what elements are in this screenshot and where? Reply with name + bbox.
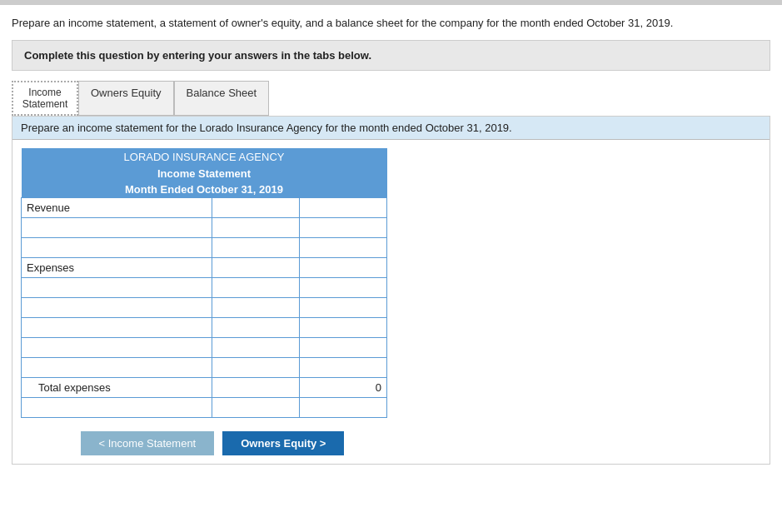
expense-row-4-amount[interactable] [212,337,299,357]
main-container: Prepare an income statement, a statement… [0,5,782,475]
prev-button-label: < Income Statement [99,437,197,450]
expenses-label: Expenses [22,257,212,277]
expense-row-2-amount[interactable] [212,297,299,317]
revenue-label: Revenue [22,197,212,217]
revenue-amount-input[interactable] [217,201,291,214]
expenses-total-cell[interactable] [299,257,386,277]
total-expenses-amount[interactable] [212,377,299,397]
expense-row-3-label-input[interactable] [27,321,207,334]
prev-button[interactable]: < Income Statement [81,431,215,455]
revenue-row-1-amount[interactable] [212,217,299,237]
expense-row-2-label-input[interactable] [27,301,207,314]
header-row-company: LORADO INSURANCE AGENCY [22,148,387,166]
header-row-title: Income Statement [22,166,387,181]
revenue-row-1-label-input[interactable] [27,221,207,234]
revenue-row-1-total[interactable] [299,217,386,237]
final-row-label[interactable] [22,397,212,417]
header-row-period: Month Ended October 31, 2019 [22,181,387,198]
final-row-total-input[interactable] [308,401,381,414]
expense-row-4-label-input[interactable] [27,341,207,354]
statement-title: Income Statement [157,167,251,180]
expenses-amount-cell[interactable] [212,257,299,277]
revenue-row-2 [22,237,387,257]
expense-row-2-amount-input[interactable] [217,301,291,314]
expense-row-3 [22,317,387,337]
tab-income-statement[interactable]: IncomeStatement [12,81,78,116]
expense-row-2-total[interactable] [299,297,386,317]
expense-row-1-amount[interactable] [212,277,299,297]
total-expenses-text: Total expenses [38,381,111,394]
tab-balance-sheet-label: Balance Sheet [187,87,257,99]
revenue-amount-cell[interactable] [212,197,299,217]
expense-row-1-amount-input[interactable] [217,281,291,294]
tab-balance-sheet[interactable]: Balance Sheet [174,81,270,116]
tab-owners-equity-label: Owners Equity [91,87,162,99]
revenue-row-2-total[interactable] [299,237,386,257]
revenue-row-1 [22,217,387,237]
tab-income-statement-label: IncomeStatement [22,87,68,110]
expense-row-1-total-input[interactable] [308,281,381,294]
statement-table: LORADO INSURANCE AGENCY Income Statement… [21,148,387,418]
expense-row-1-label-input[interactable] [27,281,207,294]
expense-row-5-label[interactable] [22,357,212,377]
revenue-row-2-amount-input[interactable] [217,241,291,254]
company-name: LORADO INSURANCE AGENCY [124,151,285,163]
content-area: Prepare an income statement for the Lora… [12,116,770,465]
expense-row-3-total-input[interactable] [308,321,381,334]
expense-row-5-total-input[interactable] [308,361,381,374]
expense-row-4 [22,337,387,357]
final-row-amount-input[interactable] [217,401,291,414]
expense-row-2 [22,297,387,317]
expense-row-2-label[interactable] [22,297,212,317]
next-button-label: Owners Equity > [241,437,326,450]
next-button[interactable]: Owners Equity > [222,431,344,455]
tab-description: Prepare an income statement for the Lora… [12,117,770,140]
tab-owners-equity[interactable]: Owners Equity [78,81,174,116]
expense-row-3-label[interactable] [22,317,212,337]
nav-buttons: < Income Statement Owners Equity > [29,431,396,455]
total-expenses-amount-input[interactable] [217,381,291,394]
expenses-total-input[interactable] [308,261,381,274]
expense-row-1-total[interactable] [299,277,386,297]
revenue-row-1-amount-input[interactable] [217,221,291,234]
expense-row-4-amount-input[interactable] [217,341,291,354]
expense-row-5-label-input[interactable] [27,361,207,374]
expenses-amount-input[interactable] [217,261,291,274]
revenue-row-2-amount[interactable] [212,237,299,257]
total-expenses-row: Total expenses 0 [22,377,387,397]
statement-period: Month Ended October 31, 2019 [125,183,283,196]
expense-row-5-total[interactable] [299,357,386,377]
expenses-section-row: Expenses [22,257,387,277]
revenue-section-row: Revenue [22,197,387,217]
revenue-total-input[interactable] [308,201,381,214]
revenue-total-cell[interactable] [299,197,386,217]
final-row-amount[interactable] [212,397,299,417]
final-row-total[interactable] [299,397,386,417]
expense-row-1 [22,277,387,297]
tabs-container: IncomeStatement Owners Equity Balance Sh… [12,81,770,116]
expense-row-3-amount-input[interactable] [217,321,291,334]
total-expenses-number: 0 [376,381,381,394]
expense-row-4-total[interactable] [299,337,386,357]
final-row-label-input[interactable] [27,401,207,414]
expense-row-3-amount[interactable] [212,317,299,337]
revenue-row-1-total-input[interactable] [308,221,381,234]
total-expenses-label: Total expenses [22,377,212,397]
expense-row-1-label[interactable] [22,277,212,297]
instructions: Prepare an income statement, a statement… [12,15,770,32]
expense-row-5 [22,357,387,377]
revenue-row-2-label-input[interactable] [27,241,207,254]
expense-row-4-total-input[interactable] [308,341,381,354]
expense-row-5-amount-input[interactable] [217,361,291,374]
expense-row-3-total[interactable] [299,317,386,337]
expense-row-2-total-input[interactable] [308,301,381,314]
statement-container: LORADO INSURANCE AGENCY Income Statement… [12,140,770,464]
complete-banner: Complete this question by entering your … [12,40,770,71]
revenue-row-1-label[interactable] [22,217,212,237]
statement-body: Revenue [22,197,387,417]
expense-row-4-label[interactable] [22,337,212,357]
revenue-row-2-label[interactable] [22,237,212,257]
revenue-row-2-total-input[interactable] [308,241,381,254]
expense-row-5-amount[interactable] [212,357,299,377]
total-expenses-value: 0 [299,377,386,397]
